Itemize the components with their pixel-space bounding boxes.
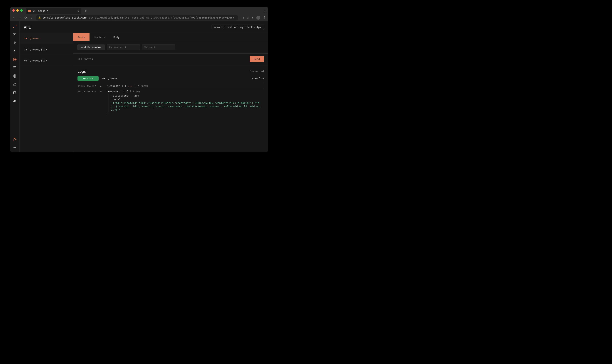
- close-tab-icon[interactable]: ×: [77, 10, 79, 13]
- tab-query[interactable]: Query: [73, 33, 90, 41]
- logo-icon[interactable]: [13, 25, 17, 28]
- tabs-dropdown-icon[interactable]: ⌄: [264, 9, 266, 12]
- add-parameter-button[interactable]: Add Parameter: [78, 44, 105, 50]
- overflow-menu-icon[interactable]: ⋮: [263, 16, 266, 20]
- route-method: GET: [24, 37, 28, 40]
- replay-label: Replay: [255, 77, 264, 80]
- logs-title: Logs: [78, 69, 86, 74]
- collapse-sidebar-icon[interactable]: [13, 145, 17, 150]
- window-controls: [13, 9, 23, 12]
- response-body: "statusCode" : 200 "body" : "{"id1":{"no…: [108, 94, 264, 112]
- response-block: "Response" : { 2 items "statusCode" : 20…: [106, 90, 264, 116]
- reload-button[interactable]: ⟳: [24, 16, 27, 20]
- response-body-key: "body" :: [111, 98, 264, 101]
- home-button[interactable]: ⌂: [30, 16, 33, 20]
- route-item-get-notes-id[interactable]: GET /notes/{id}: [20, 44, 73, 55]
- new-tab-button[interactable]: +: [85, 9, 87, 13]
- minimize-window-button[interactable]: [16, 9, 19, 12]
- param-value-input[interactable]: [142, 44, 175, 50]
- log-response-line[interactable]: 09:37:46.520 ▼ "Response" : { 2 items: [78, 89, 264, 117]
- status-badge: Success: [78, 76, 99, 81]
- titlebar: SST Console × + ⌄: [10, 7, 268, 14]
- main-content: API manitej-rest-api-my-stack/Api GET /n…: [20, 21, 268, 152]
- expand-icon[interactable]: ▶: [100, 85, 102, 87]
- browser-window: SST Console × + ⌄ ← → ⟳ ⌂ 🔒 console.serv…: [10, 7, 268, 152]
- nav-sidebar: [10, 21, 20, 152]
- route-path: /notes/{id}: [30, 59, 47, 62]
- response-status-code: "statusCode" : 200: [111, 94, 264, 98]
- result-path: GET /notes: [102, 77, 118, 80]
- route-item-put-notes-id[interactable]: PUT /notes/{id}: [20, 55, 73, 66]
- logs-panel: Logs Connected Success GET /notes ↻ Repl…: [73, 66, 268, 152]
- send-button[interactable]: Send: [250, 56, 264, 62]
- stack-selector[interactable]: manitej-rest-api-my-stack/Api: [212, 24, 264, 30]
- svg-line-25: [14, 140, 14, 141]
- collapse-icon[interactable]: ▼: [100, 91, 102, 93]
- svg-point-11: [16, 91, 16, 92]
- database-icon[interactable]: [13, 74, 17, 78]
- buckets-icon[interactable]: [13, 82, 17, 86]
- svg-point-7: [14, 75, 16, 76]
- request-summary: "Request" : { ... } 7 items: [106, 84, 148, 88]
- forward-button[interactable]: →: [18, 16, 22, 20]
- timestamp: 09:37:45.187: [78, 84, 96, 88]
- tab-favicon: [28, 10, 31, 12]
- terminal-icon[interactable]: [13, 33, 17, 37]
- svg-point-16: [14, 100, 15, 101]
- stacks-icon[interactable]: [13, 41, 17, 45]
- replay-button[interactable]: ↻ Replay: [252, 77, 264, 80]
- closing-brace: }: [106, 112, 264, 116]
- result-row: Success GET /notes ↻ Replay: [78, 76, 264, 81]
- route-method: PUT: [24, 59, 28, 62]
- url-host: console.serverless-stack.com: [42, 16, 86, 19]
- extensions-icon[interactable]: ✦: [252, 16, 254, 20]
- send-row: GET /notes Send: [73, 53, 268, 66]
- page-header: API manitej-rest-api-my-stack/Api: [20, 21, 268, 33]
- svg-rect-8: [14, 84, 16, 86]
- route-item-get-notes[interactable]: GET /notes: [20, 33, 73, 44]
- api-icon[interactable]: [13, 57, 17, 62]
- theme-toggle-icon[interactable]: [13, 137, 17, 141]
- svg-line-24: [15, 140, 16, 141]
- body-row: GET /notes GET /notes/{id} PUT /notes/{i…: [20, 33, 268, 152]
- address-bar[interactable]: 🔒 console.serverless-stack.com/rest-api/…: [36, 15, 238, 21]
- users-icon[interactable]: [13, 99, 17, 103]
- page-title: API: [24, 25, 31, 29]
- tab-body[interactable]: Body: [109, 33, 124, 41]
- toolbar-right: ⇪ ☆ ✦ ⋮: [242, 16, 266, 20]
- url-path: /rest-api/manitej/api/manitej-rest-api-m…: [86, 16, 234, 19]
- stack-name: manitej-rest-api-my-stack: [214, 26, 253, 28]
- svg-point-15: [13, 91, 14, 92]
- detail-panel: Query Headers Body Add Parameter GET /no…: [73, 33, 268, 152]
- log-request-line[interactable]: 09:37:45.187 ▶ "Request" : { ... } 7 ite…: [78, 83, 264, 89]
- resource-name: Api: [257, 26, 261, 28]
- back-button[interactable]: ←: [12, 16, 15, 20]
- profile-avatar[interactable]: [256, 16, 260, 20]
- tab-headers[interactable]: Headers: [90, 33, 109, 41]
- graphql-icon[interactable]: [13, 91, 17, 94]
- logs-header: Logs Connected: [78, 69, 264, 74]
- functions-icon[interactable]: [13, 49, 17, 53]
- bookmark-icon[interactable]: ☆: [247, 16, 249, 20]
- response-body-value: "{"id1":{"noteId":"id1","userId":"user1"…: [111, 101, 264, 112]
- params-row: Add Parameter: [73, 41, 268, 53]
- route-method: GET: [24, 48, 28, 51]
- replay-icon: ↻: [252, 77, 253, 80]
- svg-line-23: [14, 138, 14, 139]
- param-name-input[interactable]: [107, 44, 140, 50]
- request-path[interactable]: GET /notes: [78, 57, 250, 61]
- connection-status: Connected: [250, 70, 264, 73]
- tables-icon[interactable]: [13, 66, 17, 70]
- svg-point-17: [15, 100, 16, 101]
- route-path: /notes/{id}: [30, 48, 47, 51]
- close-window-button[interactable]: [13, 9, 15, 12]
- toolbar: ← → ⟳ ⌂ 🔒 console.serverless-stack.com/r…: [10, 14, 268, 21]
- route-path: /notes: [30, 37, 39, 40]
- share-icon[interactable]: ⇪: [242, 16, 244, 20]
- maximize-window-button[interactable]: [20, 9, 23, 12]
- routes-list: GET /notes GET /notes/{id} PUT /notes/{i…: [20, 33, 73, 152]
- svg-point-14: [13, 93, 14, 94]
- timestamp: 09:37:46.520: [78, 90, 96, 93]
- browser-tab[interactable]: SST Console ×: [26, 8, 81, 14]
- request-tabs: Query Headers Body: [73, 33, 268, 41]
